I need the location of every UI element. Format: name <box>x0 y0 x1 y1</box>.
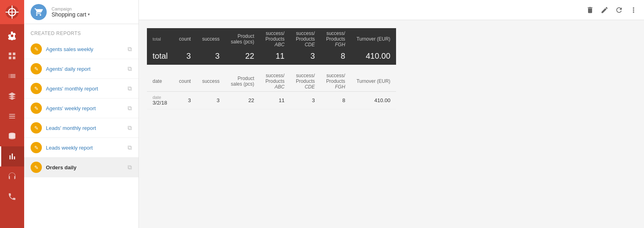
campaign-chevron-icon: ▾ <box>88 12 90 16</box>
settings-nav-icon[interactable] <box>0 26 24 46</box>
total-fgh: 8 <box>320 50 351 65</box>
report-item-agents-monthly[interactable]: ✎ Agents' monthly report ⧉ <box>24 79 138 99</box>
grid-nav-icon[interactable] <box>0 46 24 66</box>
campaign-name-dropdown[interactable]: Shopping cart ▾ <box>52 11 90 18</box>
more-button[interactable] <box>630 6 638 14</box>
total-data-row: total 3 3 22 11 3 8 410.00 <box>147 50 396 65</box>
delete-button[interactable] <box>586 6 594 14</box>
report-list: ✎ Agents sales weekly ⧉ ✎ Agents' daily … <box>24 39 138 228</box>
total-abc: 11 <box>260 50 290 65</box>
main-toolbar <box>139 0 644 20</box>
row-count: 3 <box>173 92 196 109</box>
report-copy-icon-4[interactable]: ⧉ <box>128 105 132 112</box>
total-cde: 3 <box>290 50 320 65</box>
total-success: 3 <box>196 50 225 65</box>
total-product-sales: 22 <box>225 50 260 65</box>
data-header: date count success Productsales (pcs) su… <box>147 70 396 92</box>
stack-nav-icon[interactable] <box>0 106 24 126</box>
turnover-col-header: Turnover (EUR) <box>351 70 396 92</box>
fgh-total-header: success/ProductsFGH <box>320 28 351 50</box>
table-row: date 3/2/18 3 3 22 11 3 8 410.00 <box>147 92 396 109</box>
phone-nav-icon[interactable] <box>0 187 24 207</box>
report-copy-icon-1[interactable]: ⧉ <box>128 45 132 53</box>
report-edit-icon-6: ✎ <box>31 142 42 153</box>
total-header: total count success Productsales (pcs) s… <box>147 28 396 50</box>
success-total-header: success <box>196 28 225 50</box>
report-name-4: Agents' weekly report <box>46 105 124 111</box>
count-total-header: count <box>173 28 196 50</box>
report-item-agents-sales-weekly[interactable]: ✎ Agents sales weekly ⧉ <box>24 39 138 59</box>
headset-nav-icon[interactable] <box>0 166 24 187</box>
main-content: total count success Productsales (pcs) s… <box>139 0 644 228</box>
data-rows-body: date 3/2/18 3 3 22 11 3 8 410.00 <box>147 92 396 109</box>
report-item-agents-daily[interactable]: ✎ Agents' daily report ⧉ <box>24 59 138 79</box>
sidebar: Campaign Shopping cart ▾ Created reports… <box>24 0 139 228</box>
abc-col-header: success/ProductsABC <box>260 70 290 92</box>
report-name-5: Leads' monthly report <box>46 125 124 131</box>
product-sales-col-header: Productsales (pcs) <box>225 70 260 92</box>
row-turnover: 410.00 <box>351 92 396 109</box>
row-product-sales: 22 <box>225 92 260 109</box>
report-name-7: Orders daily <box>46 164 124 170</box>
count-col-header: count <box>173 70 196 92</box>
report-copy-icon-6[interactable]: ⧉ <box>128 144 132 151</box>
cde-total-header: success/ProductsCDE <box>290 28 320 50</box>
row-fgh: 8 <box>320 92 351 109</box>
report-edit-icon-3: ✎ <box>31 83 42 94</box>
report-copy-icon-3[interactable]: ⧉ <box>128 85 132 92</box>
row-cde: 3 <box>290 92 320 109</box>
report-copy-icon-7[interactable]: ⧉ <box>128 164 132 171</box>
row-date: date 3/2/18 <box>147 92 173 109</box>
row-abc: 11 <box>260 92 290 109</box>
success-col-header: success <box>196 70 225 92</box>
report-name-2: Agents' daily report <box>46 66 124 72</box>
report-name-3: Agents' monthly report <box>46 86 124 92</box>
campaign-info: Campaign Shopping cart ▾ <box>52 6 90 18</box>
report-edit-icon-4: ✎ <box>31 103 42 114</box>
total-turnover: 410.00 <box>351 50 396 65</box>
report-edit-icon-7: ✎ <box>31 162 42 173</box>
spacer-body <box>147 65 396 70</box>
campaign-label: Campaign <box>52 6 90 11</box>
report-item-leads-weekly[interactable]: ✎ Leads weekly report ⧉ <box>24 138 138 158</box>
date-col-header: date <box>147 70 173 92</box>
abc-total-header: success/ProductsABC <box>260 28 290 50</box>
created-reports-title: Created reports <box>24 24 138 39</box>
app-logo-icon <box>5 5 19 19</box>
campaign-avatar <box>31 4 47 20</box>
report-item-orders-daily[interactable]: ✎ Orders daily ⧉ <box>24 158 138 177</box>
turnover-total-header: Turnover (EUR) <box>351 28 396 50</box>
cde-col-header: success/ProductsCDE <box>290 70 320 92</box>
list-nav-icon[interactable] <box>0 66 24 86</box>
report-table: total count success Productsales (pcs) s… <box>147 28 396 109</box>
report-item-agents-weekly[interactable]: ✎ Agents' weekly report ⧉ <box>24 99 138 118</box>
report-item-leads-monthly[interactable]: ✎ Leads' monthly report ⧉ <box>24 118 138 138</box>
total-row-body: total 3 3 22 11 3 8 410.00 <box>147 50 396 65</box>
report-edit-icon-5: ✎ <box>31 122 42 134</box>
report-copy-icon-2[interactable]: ⧉ <box>128 65 132 72</box>
total-count: 3 <box>173 50 196 65</box>
total-row-value: total <box>147 50 173 65</box>
refresh-button[interactable] <box>615 6 623 14</box>
report-name-6: Leads weekly report <box>46 145 124 151</box>
report-table-wrap: total count success Productsales (pcs) s… <box>139 20 644 117</box>
fgh-col-header: success/ProductsFGH <box>320 70 351 92</box>
report-copy-icon-5[interactable]: ⧉ <box>128 124 132 131</box>
layers-nav-icon[interactable] <box>0 86 24 106</box>
database-nav-icon[interactable] <box>0 126 24 146</box>
icon-bar <box>0 0 24 228</box>
edit-button[interactable] <box>601 6 609 14</box>
logo-area <box>0 0 24 24</box>
report-name-1: Agents sales weekly <box>46 46 124 52</box>
chart-nav-icon[interactable] <box>0 146 24 166</box>
sidebar-header: Campaign Shopping cart ▾ <box>24 0 138 24</box>
total-row-label-header: total <box>147 28 173 50</box>
report-content: total count success Productsales (pcs) s… <box>139 20 644 228</box>
total-text-label: total <box>153 37 168 41</box>
report-edit-icon-1: ✎ <box>31 43 42 55</box>
row-success: 3 <box>196 92 225 109</box>
report-edit-icon-2: ✎ <box>31 63 42 74</box>
product-sales-total-header: Productsales (pcs) <box>225 28 260 50</box>
